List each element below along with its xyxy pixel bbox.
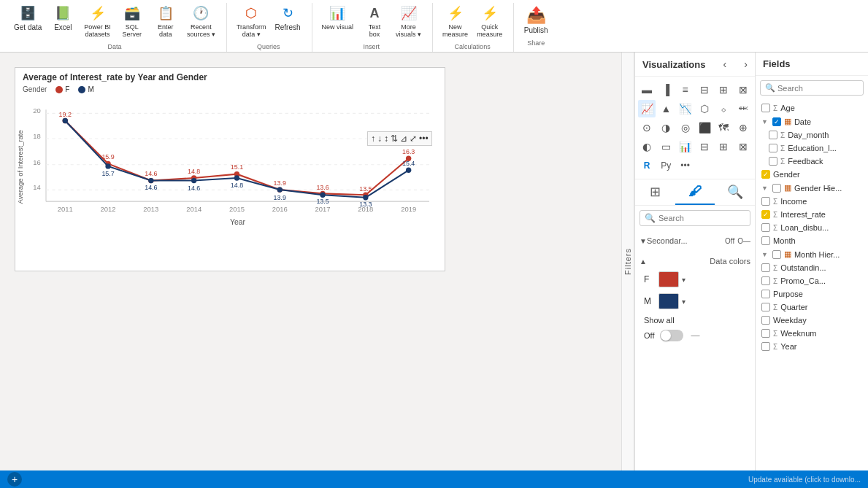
- viz-donut-icon[interactable]: ◎: [677, 119, 694, 136]
- m-color-swatch[interactable]: ▾: [658, 293, 685, 309]
- viz-stacked-col-icon[interactable]: ⊟: [696, 81, 713, 98]
- add-page-button[interactable]: +: [7, 472, 22, 487]
- field-checkbox-outstanding[interactable]: [761, 263, 770, 272]
- viz-python-icon[interactable]: Py: [657, 157, 675, 174]
- field-item-outstanding[interactable]: Σ Outstandin...: [756, 261, 868, 274]
- field-item-weekday[interactable]: Weekday: [756, 314, 868, 327]
- field-item-loan-disbu[interactable]: Σ Loan_disbu...: [756, 221, 868, 234]
- field-item-quarter[interactable]: Σ Quarter: [756, 301, 868, 314]
- field-checkbox-interest-rate[interactable]: ✓: [761, 210, 770, 219]
- viz-search-input[interactable]: [658, 214, 745, 222]
- field-item-day-month[interactable]: Σ Day_month: [756, 128, 868, 142]
- get-data-button[interactable]: 🗄️ Get data: [10, 3, 45, 35]
- enter-data-button[interactable]: 📋 Enterdata: [150, 3, 182, 42]
- new-visual-button[interactable]: 📊 New visual: [318, 3, 358, 34]
- viz-data-colors-header[interactable]: ▲ Data colors: [640, 254, 750, 268]
- field-checkbox-quarter[interactable]: [761, 303, 770, 311]
- field-item-year[interactable]: Σ Year: [756, 340, 868, 353]
- viz-waterfall-icon[interactable]: ⬦: [715, 100, 732, 117]
- viz-gauge-icon[interactable]: ◐: [638, 138, 656, 155]
- viz-funnel-icon[interactable]: ⬽: [734, 100, 752, 117]
- field-item-date[interactable]: ▼ ✓ ▦ Date: [756, 115, 868, 128]
- expand-icon[interactable]: ⤢: [410, 133, 417, 144]
- field-item-promo-ca[interactable]: Σ Promo_Ca...: [756, 274, 868, 287]
- recent-sources-button[interactable]: 🕐 Recentsources ▾: [183, 3, 219, 42]
- sort-alpha-icon[interactable]: ⇅: [391, 133, 398, 144]
- field-checkbox-month[interactable]: [761, 236, 770, 245]
- date-expand-icon[interactable]: ▼: [761, 118, 768, 125]
- field-item-month-hier[interactable]: ▼ ▦ Month Hier...: [756, 247, 868, 261]
- quick-measure-button[interactable]: ⚡ Quickmeasure: [473, 3, 506, 42]
- field-checkbox-date[interactable]: ✓: [772, 117, 781, 126]
- gender-hier-expand-icon[interactable]: ▼: [761, 185, 768, 192]
- show-all-button[interactable]: Show all: [644, 316, 675, 325]
- month-hier-expand-icon[interactable]: ▼: [761, 251, 768, 258]
- viz-panel-nav-right[interactable]: ›: [744, 58, 748, 70]
- more-visuals-button[interactable]: 📈 Morevisuals ▾: [392, 3, 425, 42]
- excel-button[interactable]: 📗 Excel: [47, 3, 79, 35]
- chart-visual[interactable]: Average of Interest_rate by Year and Gen…: [15, 67, 445, 271]
- field-item-interest-rate[interactable]: ✓ Σ Interest_rate: [756, 208, 868, 221]
- field-checkbox-purpose[interactable]: [761, 290, 770, 298]
- viz-treemap-icon[interactable]: ⬛: [696, 119, 713, 136]
- f-swatch-box[interactable]: [658, 271, 679, 287]
- viz-panel-nav-left[interactable]: ‹: [723, 58, 727, 70]
- sort-desc-icon[interactable]: ↓: [377, 133, 382, 144]
- field-checkbox-year[interactable]: [761, 342, 770, 351]
- viz-ribbon-icon[interactable]: ⬡: [696, 100, 713, 117]
- canvas-area[interactable]: ↑ ↓ ↕ ⇅ ⊿ ⤢ ••• Average of Interest_rate…: [0, 53, 621, 470]
- update-available-text[interactable]: Update available (click to downlo...: [748, 476, 861, 484]
- viz-r-icon[interactable]: R: [638, 157, 656, 174]
- toggle-switch[interactable]: [660, 330, 683, 341]
- sort-asc-icon[interactable]: ↑: [371, 133, 375, 144]
- field-item-feedback[interactable]: Σ Feedback: [756, 155, 868, 168]
- viz-100pct-col-icon[interactable]: ⊠: [734, 81, 752, 98]
- transform-data-button[interactable]: ⬡ Transformdata ▾: [233, 3, 270, 42]
- field-item-education[interactable]: Σ Education_l...: [756, 142, 868, 155]
- field-item-purpose[interactable]: Purpose: [756, 287, 868, 301]
- field-checkbox-feedback[interactable]: [769, 157, 777, 166]
- viz-table-icon[interactable]: ⊠: [734, 138, 752, 155]
- viz-100pct-bar-icon[interactable]: ⊞: [715, 81, 732, 98]
- field-checkbox-weekday[interactable]: [761, 316, 770, 325]
- viz-stacked-bar-icon[interactable]: ≡: [677, 81, 694, 98]
- f-color-swatch[interactable]: ▾: [658, 271, 685, 287]
- filters-panel[interactable]: Filters: [621, 53, 634, 470]
- viz-card-icon[interactable]: ▭: [657, 138, 675, 155]
- publish-button[interactable]: 📤 Publish: [520, 3, 552, 38]
- field-item-age[interactable]: Σ Age: [756, 101, 868, 115]
- viz-area-icon[interactable]: ▲: [657, 100, 675, 117]
- field-checkbox-gender[interactable]: ✓: [761, 170, 770, 179]
- viz-line-cluster-icon[interactable]: 📉: [677, 100, 694, 117]
- m-swatch-box[interactable]: [658, 293, 679, 309]
- refresh-button[interactable]: ↻ Refresh: [272, 3, 304, 35]
- viz-search-box[interactable]: 🔍: [640, 210, 750, 226]
- viz-column-icon[interactable]: ▐: [657, 81, 675, 98]
- viz-filled-map-icon[interactable]: ⊕: [734, 119, 752, 136]
- sql-server-button[interactable]: 🗃️ SQLServer: [116, 3, 148, 42]
- viz-tab-fields[interactable]: ⊞: [635, 179, 675, 205]
- viz-matrix-icon[interactable]: ⊞: [715, 138, 732, 155]
- f-swatch-arrow[interactable]: ▾: [682, 276, 685, 284]
- m-swatch-arrow[interactable]: ▾: [682, 298, 685, 306]
- field-checkbox-income[interactable]: [761, 197, 770, 206]
- viz-scatter-icon[interactable]: ⊙: [638, 119, 656, 136]
- new-measure-button[interactable]: ⚡ Newmeasure: [439, 3, 472, 42]
- field-checkbox-promo-ca[interactable]: [761, 276, 770, 285]
- filter-icon[interactable]: ⊿: [400, 133, 407, 144]
- fields-search-box[interactable]: 🔍: [760, 80, 864, 96]
- viz-line-icon[interactable]: 📈: [638, 100, 656, 117]
- field-item-gender-hier[interactable]: ▼ ▦ Gender Hie...: [756, 181, 868, 195]
- viz-tab-analytics[interactable]: 🔍: [715, 179, 755, 205]
- more-icon[interactable]: •••: [419, 133, 429, 144]
- field-checkbox-gender-hier[interactable]: [772, 184, 781, 193]
- viz-map-icon[interactable]: 🗺: [715, 119, 732, 136]
- field-checkbox-loan-disbu[interactable]: [761, 223, 770, 232]
- power-bi-datasets-button[interactable]: ⚡ Power BIdatasets: [80, 3, 115, 42]
- viz-slicer-icon[interactable]: ⊟: [696, 138, 713, 155]
- field-checkbox-education[interactable]: [769, 144, 777, 152]
- sort-both-icon[interactable]: ↕: [384, 133, 388, 144]
- field-checkbox-age[interactable]: [761, 104, 770, 112]
- viz-more-icon[interactable]: •••: [677, 157, 694, 174]
- text-box-button[interactable]: A Textbox: [358, 3, 391, 42]
